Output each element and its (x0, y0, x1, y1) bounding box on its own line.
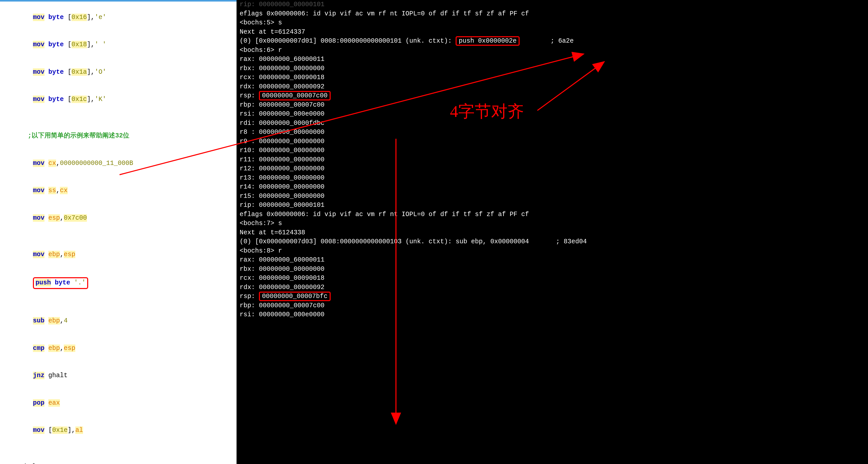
reg-line: rcx: 00000000_00090018 (240, 73, 868, 82)
code-line: cmp ebp,esp (0, 334, 237, 362)
reg-line: rdx: 00000000_00000092 (240, 283, 868, 292)
code-line-push-highlight: push byte '.' (0, 268, 237, 298)
reg-line: rsi: 00000000_000e0000 (240, 310, 868, 319)
reg-line: rbp: 00000000_00007c00 (240, 301, 868, 310)
blank-line (0, 298, 237, 307)
disasm-line: (0) [0x000000007d03] 0008:00000000000001… (240, 237, 868, 246)
disasm-line: (0) [0x000000007d01] 0008:00000000000001… (240, 36, 868, 46)
code-editor-panel: mov byte [0x16],'e' mov byte [0x18],' ' … (0, 0, 237, 464)
reg-line: rbx: 00000000_00000000 (240, 64, 868, 73)
code-line: pop eax (0, 389, 237, 417)
blank-line (0, 113, 237, 122)
reg-line-rsp: rsp: 00000000_00007bfc (240, 292, 868, 301)
code-line: sub ebp,4 (0, 307, 237, 335)
code-line: mov ebp,esp (0, 241, 237, 268)
code-line: mov byte [0x18],' ' (0, 31, 237, 59)
reg-line: rax: 00000000_60000011 (240, 255, 868, 265)
term-line: eflags 0x00000006: id vip vif ac vm rf n… (240, 9, 868, 19)
reg-line: rax: 00000000_60000011 (240, 55, 868, 64)
push-instruction-highlight: push 0x0000002e (456, 36, 520, 46)
reg-line: rdx: 00000000_00000092 (240, 82, 868, 92)
reg-line: rcx: 00000000_00090018 (240, 274, 868, 283)
rsp-after-highlight: 00000000_00007bfc (259, 292, 331, 301)
prompt-line: <bochs:8> r (240, 246, 868, 256)
opcode: mov (33, 13, 44, 21)
term-line: Next at t=6124337 (240, 28, 868, 37)
reg-line: r11: 00000000_00000000 (240, 155, 868, 164)
comment-line: ;以下用简单的示例来帮助阐述32位 (0, 122, 237, 150)
code-line: jnz ghalt (0, 362, 237, 390)
code-line: mov byte [0x1c],'K' (0, 86, 237, 113)
reg-line: r10: 00000000_00000000 (240, 146, 868, 155)
code-line: mov esp,0x7c00 (0, 204, 237, 232)
reg-line: rsi: 00000000_000e0000 (240, 109, 868, 119)
code-line: mov cx,00000000000_11_000B (0, 150, 237, 177)
reg-line: r8 : 00000000_00000000 (240, 128, 868, 137)
reg-line-rsp: rsp: 00000000_00007c00 (240, 91, 868, 100)
reg-line: r12: 00000000_00000000 (240, 164, 868, 173)
label-line: ghalt: (0, 453, 237, 464)
debugger-terminal[interactable]: rip: 00000000_00000101 eflags 0x00000006… (237, 0, 868, 464)
reg-line: rbp: 00000000_00007c00 (240, 100, 868, 110)
reg-line: rip: 00000000_00000101 (240, 201, 868, 210)
reg-line: r13: 00000000_00000000 (240, 173, 868, 183)
reg-line: r9 : 00000000_00000000 (240, 137, 868, 146)
prompt-line: <bochs:6> r (240, 46, 868, 55)
blank-line (0, 444, 237, 453)
reg-line: rbx: 00000000_00000000 (240, 265, 868, 274)
reg-line: rdi: 00000000_0000fdbc (240, 119, 868, 128)
blank-line (0, 232, 237, 241)
code-line: mov byte [0x1a],'O' (0, 58, 237, 86)
code-line: mov [0x1e],al (0, 417, 237, 444)
term-line: Next at t=6124338 (240, 228, 868, 237)
code-line: mov byte [0x16],'e' (0, 4, 237, 31)
reg-line: r15: 00000000_00000000 (240, 192, 868, 201)
type-kw: byte (48, 13, 64, 21)
prompt-line: <bochs:5> s (240, 18, 868, 28)
term-line: rip: 00000000_00000101 (240, 0, 868, 9)
prompt-line: <bochs:7> s (240, 219, 868, 228)
annotation-4byte-align: 4字节对齐 (450, 100, 524, 123)
term-line: eflags 0x00000006: id vip vif ac vm rf n… (240, 210, 868, 219)
reg-line: r14: 00000000_00000000 (240, 183, 868, 192)
rsp-before-highlight: 00000000_00007c00 (259, 91, 331, 100)
code-line: mov ss,cx (0, 177, 237, 204)
